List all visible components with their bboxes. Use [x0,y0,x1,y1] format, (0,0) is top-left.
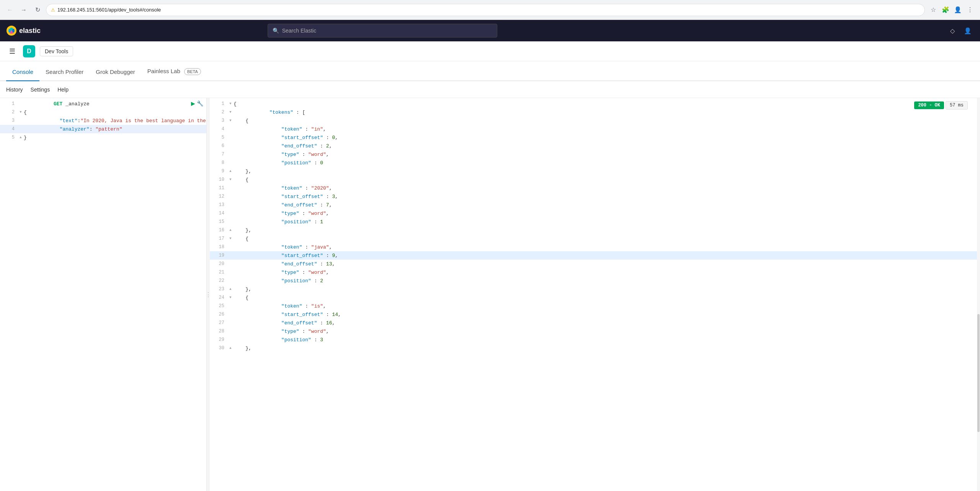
wrench-button[interactable]: 🔧 [197,100,203,106]
forward-button[interactable]: → [18,5,29,15]
code-method: GET [54,101,62,107]
tab-grok-debugger[interactable]: Grok Debugger [90,63,141,81]
output-line-30: 30 ▲ }, [210,344,980,352]
profile-icon[interactable]: 👤 [952,5,963,15]
svg-point-3 [8,29,11,33]
output-line-23: 23 ▲ }, [210,285,980,293]
editor-panel: 1 GET _analyze ▶ 🔧 2 ▼ { 3 [0,98,207,491]
output-line-16: 16 ▲ }, [210,226,980,234]
sub-toolbar: History Settings Help [0,81,980,98]
menu-icon[interactable]: ⋮ [965,5,975,15]
scrollbar-thumb[interactable] [977,314,980,432]
search-icon: 🔍 [273,28,279,34]
extensions-icon[interactable]: 🧩 [940,5,951,15]
address-bar[interactable]: ⚠ 192.168.245.151:5601/app/dev_tools#/co… [46,4,925,16]
reload-button[interactable]: ↻ [32,5,43,15]
header-right-actions: ◇ 👤 [946,25,974,37]
editor-line-5: 5 ▲ } [0,133,206,142]
output-content[interactable]: 1 ▼ { 2 ▼ "tokens" : [ 3 ▼ { 4 [210,98,980,491]
app-badge: D [23,45,35,57]
dev-tools-button[interactable]: Dev Tools [40,46,73,56]
output-line-8: 8 "position" : 0 [210,159,980,167]
output-line-22: 22 "position" : 2 [210,277,980,285]
back-button[interactable]: ← [5,5,15,15]
run-button[interactable]: ▶ [191,100,195,106]
tab-painless-lab[interactable]: Painless Lab BETA [141,62,207,81]
elastic-logo[interactable]: elastic [6,25,41,36]
tab-bar: Console Search Profiler Grok Debugger Pa… [0,61,980,81]
settings-button[interactable]: Settings [31,85,50,94]
kibana-icon[interactable]: ◇ [946,25,959,37]
status-time: 57 ms [946,101,968,110]
elastic-header: elastic 🔍 Search Elastic ◇ 👤 [0,20,980,41]
output-scrollbar[interactable] [977,98,980,491]
status-code: 200 - OK [914,101,944,109]
output-line-9: 9 ▲ }, [210,167,980,175]
main-content: 1 GET _analyze ▶ 🔧 2 ▼ { 3 [0,98,980,491]
browser-chrome: ← → ↻ ⚠ 192.168.245.151:5601/app/dev_too… [0,0,980,20]
editor-line-4: 4 "analyzer": "pattern" [0,125,206,133]
output-line-29: 29 "position" : 3 [210,336,980,344]
tab-console[interactable]: Console [6,63,39,81]
url-text: 192.168.245.151:5601/app/dev_tools#/cons… [57,7,920,13]
help-button[interactable]: Help [57,85,69,94]
bookmark-icon[interactable]: ☆ [928,5,939,15]
lock-icon: ⚠ [51,7,55,13]
line-1-actions: ▶ 🔧 [191,100,203,106]
panel-divider[interactable] [207,98,210,491]
output-panel: 200 - OK 57 ms 1 ▼ { 2 ▼ "tokens" : [ 3 [210,98,980,491]
tab-search-profiler[interactable]: Search Profiler [39,63,90,81]
editor-content[interactable]: 1 GET _analyze ▶ 🔧 2 ▼ { 3 [0,98,206,491]
editor-line-1: 1 GET _analyze ▶ 🔧 [0,100,206,108]
elastic-search-input[interactable]: 🔍 Search Elastic [268,24,497,38]
output-line-15: 15 "position" : 1 [210,218,980,226]
history-button[interactable]: History [6,85,23,94]
hamburger-menu[interactable]: ☰ [6,45,18,57]
output-line-2: 2 ▼ "tokens" : [ [210,108,980,116]
user-icon[interactable]: 👤 [962,25,974,37]
svg-point-4 [12,29,15,33]
beta-badge: BETA [184,68,201,75]
output-status: 200 - OK 57 ms [914,101,968,110]
browser-actions: ☆ 🧩 👤 ⋮ [928,5,975,15]
app-bar: ☰ D Dev Tools [0,41,980,61]
